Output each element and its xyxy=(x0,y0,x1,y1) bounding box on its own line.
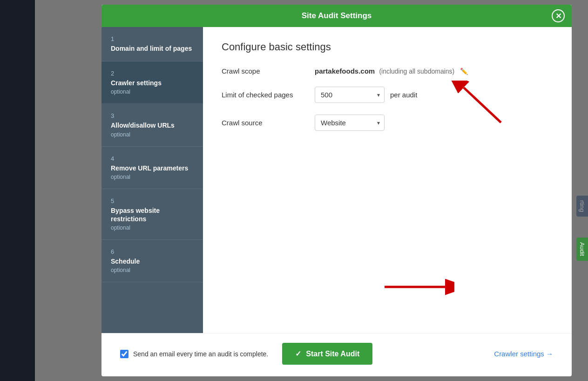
limit-label: Limit of checked pages xyxy=(222,91,315,99)
crawl-source-label: Crawl source xyxy=(222,119,315,127)
limit-pages-row: Limit of checked pages 100 500 1,000 5,0… xyxy=(222,87,553,103)
modal-footer: Send an email every time an audit is com… xyxy=(101,333,572,376)
edit-domain-icon[interactable]: ✏️ xyxy=(460,68,468,75)
audit-tab[interactable]: Audit xyxy=(576,238,588,261)
modal-body: 1 Domain and limit of pages 2 Crawler se… xyxy=(101,27,572,333)
main-content: Configure basic settings Crawl scope par… xyxy=(203,27,572,333)
domain-value: partakefoods.com xyxy=(315,67,375,75)
step-2[interactable]: 2 Crawler settings optional xyxy=(101,61,203,104)
email-checkbox[interactable] xyxy=(120,350,128,358)
step-1[interactable]: 1 Domain and limit of pages xyxy=(101,27,203,61)
modal-header: Site Audit Settings ✕ xyxy=(101,5,572,27)
steps-sidebar: 1 Domain and limit of pages 2 Crawler se… xyxy=(101,27,203,333)
modal: Site Audit Settings ✕ 1 Domain and limit… xyxy=(101,5,572,376)
crawl-source-select-wrapper: Website Sitemap ▾ xyxy=(315,115,385,131)
modal-title: Site Audit Settings xyxy=(302,11,372,20)
step-3[interactable]: 3 Allow/disallow URLs optional xyxy=(101,104,203,146)
checkmark-icon: ✓ xyxy=(295,349,301,358)
crawler-settings-link-label: Crawler settings → xyxy=(494,350,553,358)
step-5[interactable]: 5 Bypass website restrictions optional xyxy=(101,189,203,240)
close-button[interactable]: ✕ xyxy=(552,9,565,22)
domain-suffix: (including all subdomains) xyxy=(379,68,454,75)
email-checkbox-label: Send an email every time an audit is com… xyxy=(133,350,268,358)
crawl-scope-row: Crawl scope partakefoods.com (including … xyxy=(222,67,553,75)
footer-left: Send an email every time an audit is com… xyxy=(120,343,372,365)
step-6[interactable]: 6 Schedule optional xyxy=(101,240,203,282)
annotation-arrow-2 xyxy=(380,271,454,305)
email-checkbox-row: Send an email every time an audit is com… xyxy=(120,350,268,358)
crawl-source-row: Crawl source Website Sitemap ▾ xyxy=(222,115,553,131)
start-audit-label: Start Site Audit xyxy=(306,350,359,358)
limit-select-wrapper: 100 500 1,000 5,000 20,000 ▾ xyxy=(315,87,385,103)
section-title: Configure basic settings xyxy=(222,41,553,53)
reporting-tab[interactable]: rting xyxy=(576,196,588,217)
crawl-scope-label: Crawl scope xyxy=(222,67,315,75)
start-audit-button[interactable]: ✓ Start Site Audit xyxy=(282,343,372,365)
crawl-source-select[interactable]: Website Sitemap xyxy=(315,115,385,131)
step-4[interactable]: 4 Remove URL parameters optional xyxy=(101,147,203,189)
per-audit-label: per audit xyxy=(390,91,417,99)
limit-select[interactable]: 100 500 1,000 5,000 20,000 xyxy=(315,87,385,103)
crawler-settings-link[interactable]: Crawler settings → xyxy=(494,350,553,358)
